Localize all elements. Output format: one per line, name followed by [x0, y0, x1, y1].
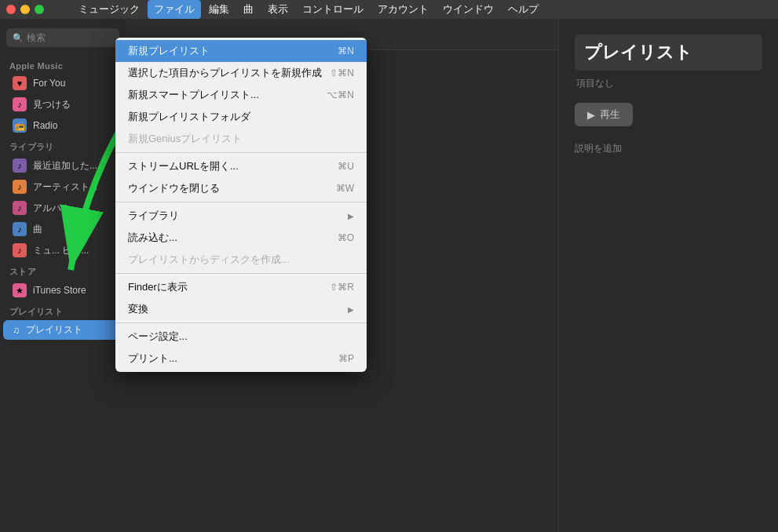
menu-music[interactable]: ミュージック	[72, 0, 146, 19]
menu-print[interactable]: プリント... ⌘P	[115, 348, 367, 370]
menu-new-playlist-from-selection[interactable]: 選択した項目からプレイリストを新規作成 ⇧⌘N	[115, 62, 367, 84]
menu-new-genius-playlist-label: 新規Geniusプレイリスト	[128, 132, 242, 146]
menu-new-smart-playlist-label: 新規スマートプレイリスト...	[128, 88, 259, 102]
menu-library-label: ライブラリ	[128, 209, 179, 223]
menu-section-1: 新規プレイリスト ⌘N 選択した項目からプレイリストを新規作成 ⇧⌘N 新規スマ…	[115, 38, 367, 152]
menu-new-smart-playlist-shortcut: ⌥⌘N	[327, 89, 354, 100]
menu-library[interactable]: ライブラリ ▶	[115, 205, 367, 227]
menu-burn-playlist-label: プレイリストからディスクを作成...	[128, 253, 290, 267]
menu-controls[interactable]: コントロール	[296, 0, 370, 19]
close-button[interactable]	[6, 5, 16, 14]
menu-account[interactable]: アカウント	[371, 0, 435, 19]
menu-section-5: ページ設定... プリント... ⌘P	[115, 322, 367, 372]
menu-window[interactable]: ウインドウ	[436, 0, 500, 19]
app-container: 🔍 検索 Apple Music ♥ For You ♪ 見つける 📻 Radi…	[0, 19, 778, 532]
menu-close-window-shortcut: ⌘W	[336, 183, 354, 194]
menu-new-playlist-from-selection-shortcut: ⇧⌘N	[330, 67, 354, 78]
convert-submenu-arrow-icon: ▶	[348, 305, 354, 314]
menu-page-setup[interactable]: ページ設定...	[115, 326, 367, 348]
menu-new-playlist-folder[interactable]: 新規プレイリストフォルダ	[115, 106, 367, 128]
menu-print-shortcut: ⌘P	[338, 353, 354, 364]
menu-file[interactable]: ファイル	[148, 0, 201, 19]
menu-import[interactable]: 読み込む... ⌘O	[115, 227, 367, 249]
menu-view[interactable]: 表示	[261, 0, 294, 19]
menu-import-shortcut: ⌘O	[338, 232, 354, 243]
traffic-lights	[6, 5, 44, 14]
menu-edit[interactable]: 編集	[203, 0, 236, 19]
minimize-button[interactable]	[20, 5, 30, 14]
menu-song[interactable]: 曲	[237, 0, 260, 19]
file-dropdown-menu: 新規プレイリスト ⌘N 選択した項目からプレイリストを新規作成 ⇧⌘N 新規スマ…	[115, 38, 367, 372]
menu-convert[interactable]: 変換 ▶	[115, 298, 367, 320]
menu-new-genius-playlist: 新規Geniusプレイリスト	[115, 128, 367, 150]
menu-print-label: プリント...	[128, 352, 177, 366]
menu-section-2: ストリームURLを開く... ⌘U ウインドウを閉じる ⌘W	[115, 152, 367, 202]
menu-open-stream-url-shortcut: ⌘U	[338, 161, 354, 172]
menu-open-stream-url-label: ストリームURLを開く...	[128, 159, 239, 173]
menu-new-playlist-from-selection-label: 選択した項目からプレイリストを新規作成	[128, 66, 322, 80]
menu-help[interactable]: ヘルプ	[502, 0, 545, 19]
maximize-button[interactable]	[35, 5, 44, 14]
menu-open-stream-url[interactable]: ストリームURLを開く... ⌘U	[115, 155, 367, 177]
menu-new-playlist[interactable]: 新規プレイリスト ⌘N	[115, 40, 367, 62]
menu-show-in-finder-shortcut: ⇧⌘R	[330, 282, 354, 293]
dropdown-overlay: 新規プレイリスト ⌘N 選択した項目からプレイリストを新規作成 ⇧⌘N 新規スマ…	[0, 19, 778, 532]
menu-page-setup-label: ページ設定...	[128, 330, 188, 344]
menu-section-3: ライブラリ ▶ 読み込む... ⌘O プレイリストからディスクを作成...	[115, 202, 367, 273]
menubar: ミュージック ファイル 編集 曲 表示 コントロール アカウント ウインドウ ヘ…	[0, 0, 778, 19]
menu-new-playlist-folder-label: 新規プレイリストフォルダ	[128, 110, 250, 124]
menu-import-label: 読み込む...	[128, 231, 177, 245]
menu-convert-label: 変換	[128, 302, 148, 316]
menu-show-in-finder[interactable]: Finderに表示 ⇧⌘R	[115, 276, 367, 298]
menu-section-4: Finderに表示 ⇧⌘R 変換 ▶	[115, 273, 367, 322]
menu-close-window[interactable]: ウインドウを閉じる ⌘W	[115, 177, 367, 199]
menu-burn-playlist: プレイリストからディスクを作成...	[115, 249, 367, 271]
menu-show-in-finder-label: Finderに表示	[128, 280, 188, 294]
menu-new-playlist-shortcut: ⌘N	[338, 46, 354, 56]
menu-close-window-label: ウインドウを閉じる	[128, 181, 220, 195]
menu-new-smart-playlist[interactable]: 新規スマートプレイリスト... ⌥⌘N	[115, 84, 367, 106]
library-submenu-arrow-icon: ▶	[348, 212, 354, 220]
menu-new-playlist-label: 新規プレイリスト	[128, 44, 210, 58]
